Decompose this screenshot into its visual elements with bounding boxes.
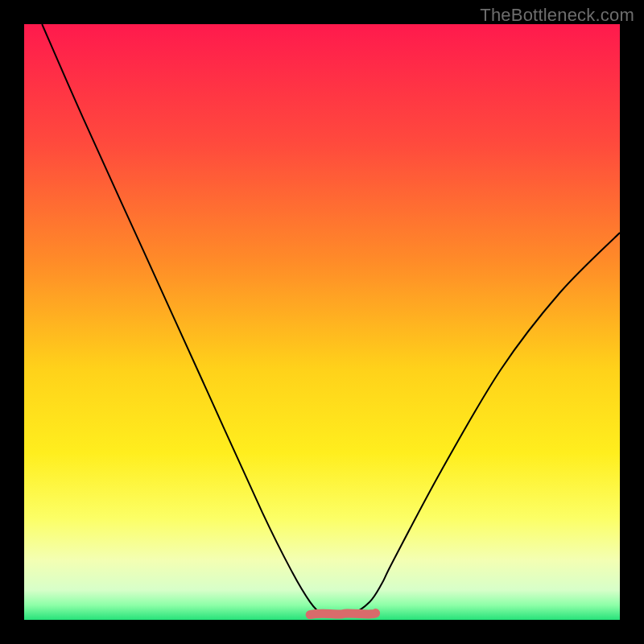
watermark-text: TheBottleneck.com: [480, 5, 634, 26]
plot-area: [24, 24, 620, 620]
curve-layer: [24, 24, 620, 620]
bottleneck-curve: [42, 24, 620, 615]
chart-frame: TheBottleneck.com: [0, 0, 644, 644]
optimal-highlight: [310, 613, 375, 615]
